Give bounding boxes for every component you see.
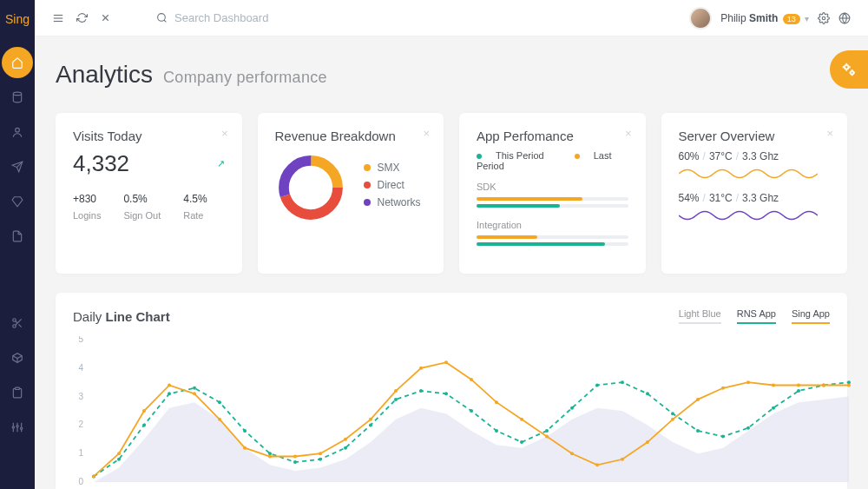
nav-tools[interactable]: [2, 307, 33, 339]
content: Analytics Company performance × Visits T…: [35, 36, 868, 489]
sparkline-2: [679, 208, 818, 223]
svg-point-37: [293, 460, 297, 464]
revenue-legend: SMX Direct Networks: [364, 162, 421, 214]
svg-point-76: [495, 400, 498, 404]
svg-point-15: [822, 17, 825, 20]
title-main: Analytics: [56, 61, 153, 89]
svg-point-69: [319, 452, 322, 455]
nav-dashboard[interactable]: [2, 47, 33, 78]
svg-point-31: [142, 423, 146, 426]
svg-point-46: [520, 440, 523, 444]
settings-gear-button[interactable]: [818, 12, 830, 24]
clipboard-icon: [11, 387, 23, 399]
svg-point-32: [168, 392, 171, 395]
nav-users[interactable]: [2, 116, 33, 148]
svg-point-44: [470, 409, 473, 413]
user-first: Philip: [720, 12, 746, 24]
svg-text:0: 0: [78, 477, 83, 486]
svg-point-40: [369, 423, 372, 426]
chart-tab-lightblue[interactable]: Light Blue: [679, 308, 721, 324]
line-chart-svg: 012345: [73, 336, 854, 489]
svg-point-68: [293, 454, 297, 458]
svg-point-78: [545, 435, 549, 439]
legend-item: Networks: [364, 196, 421, 208]
refresh-button[interactable]: [76, 12, 88, 23]
close-icon[interactable]: ×: [221, 127, 228, 140]
nav-database[interactable]: [2, 82, 33, 113]
svg-point-0: [13, 92, 21, 96]
svg-text:4: 4: [78, 363, 83, 373]
menu-toggle[interactable]: [52, 12, 64, 24]
globe-button[interactable]: [838, 12, 851, 24]
svg-point-18: [845, 65, 849, 69]
svg-point-83: [671, 418, 674, 421]
svg-point-87: [772, 383, 775, 387]
svg-point-45: [495, 429, 498, 433]
svg-point-67: [268, 454, 272, 458]
stat-signout: 0.5% Sign Out: [123, 193, 161, 221]
sparkline-1: [679, 166, 818, 182]
chevron-down-icon: ▾: [805, 14, 809, 23]
chart-title: Daily Line Chart: [73, 309, 170, 324]
svg-point-64: [193, 392, 196, 395]
close-icon[interactable]: ×: [625, 127, 632, 140]
box-icon: [11, 352, 23, 364]
svg-point-77: [520, 418, 523, 421]
nav-clipboard[interactable]: [2, 377, 33, 408]
diamond-icon: [11, 195, 23, 208]
card-title: Visits Today: [73, 129, 225, 143]
stat-rate: 4.5% Rate: [183, 193, 207, 221]
svg-point-61: [117, 452, 121, 455]
search-icon: [156, 12, 168, 23]
svg-point-2: [13, 319, 16, 322]
svg-point-43: [444, 392, 448, 395]
page-title: Analytics Company performance: [56, 61, 847, 89]
svg-point-30: [117, 458, 121, 461]
theme-settings-button[interactable]: [830, 50, 868, 89]
sliders-icon: [11, 421, 23, 433]
chart-tab-sing[interactable]: Sing App: [792, 308, 830, 324]
svg-text:1: 1: [78, 448, 83, 458]
svg-point-5: [12, 426, 14, 428]
close-icon[interactable]: ×: [423, 127, 430, 140]
avatar[interactable]: [689, 7, 712, 30]
svg-point-66: [243, 446, 247, 450]
svg-point-48: [570, 406, 574, 410]
visits-count: 4,332: [73, 150, 129, 177]
nav-file[interactable]: [2, 221, 33, 252]
scissors-icon: [11, 317, 23, 329]
svg-point-35: [243, 429, 247, 433]
user-last: Smith: [749, 12, 778, 24]
svg-point-80: [595, 463, 599, 466]
notif-badge: 13: [783, 14, 800, 24]
search-input[interactable]: [174, 11, 348, 24]
user-menu[interactable]: Philip Smith 13 ▾: [720, 12, 809, 24]
svg-point-73: [419, 367, 423, 370]
svg-point-41: [394, 398, 398, 401]
svg-point-89: [822, 383, 825, 387]
close-icon[interactable]: ×: [826, 127, 833, 140]
search-wrap: [156, 11, 679, 24]
nav-box[interactable]: [2, 342, 33, 373]
svg-point-34: [218, 400, 221, 404]
svg-line-14: [164, 20, 166, 22]
svg-point-54: [721, 435, 725, 439]
svg-point-65: [218, 418, 221, 421]
nav-diamond[interactable]: [2, 186, 33, 217]
card-title: App Perfomance: [477, 129, 628, 143]
server-stat-1: 60%/37°C/3.3 Ghz: [679, 150, 831, 162]
svg-point-47: [545, 429, 549, 433]
svg-point-7: [21, 427, 23, 429]
brand-logo[interactable]: Sing: [5, 12, 30, 26]
card-line-chart: Daily Line Chart Light Blue RNS App Sing…: [56, 293, 847, 489]
legend-item: SMX: [364, 162, 421, 174]
close-button[interactable]: [100, 12, 111, 23]
svg-point-85: [721, 387, 725, 390]
nav-send[interactable]: [2, 151, 33, 182]
nav-settings[interactable]: [2, 412, 33, 443]
svg-text:5: 5: [78, 336, 83, 344]
donut-chart: [275, 152, 346, 223]
svg-point-38: [319, 458, 322, 461]
svg-point-50: [621, 380, 624, 384]
chart-tab-rns[interactable]: RNS App: [737, 308, 776, 324]
